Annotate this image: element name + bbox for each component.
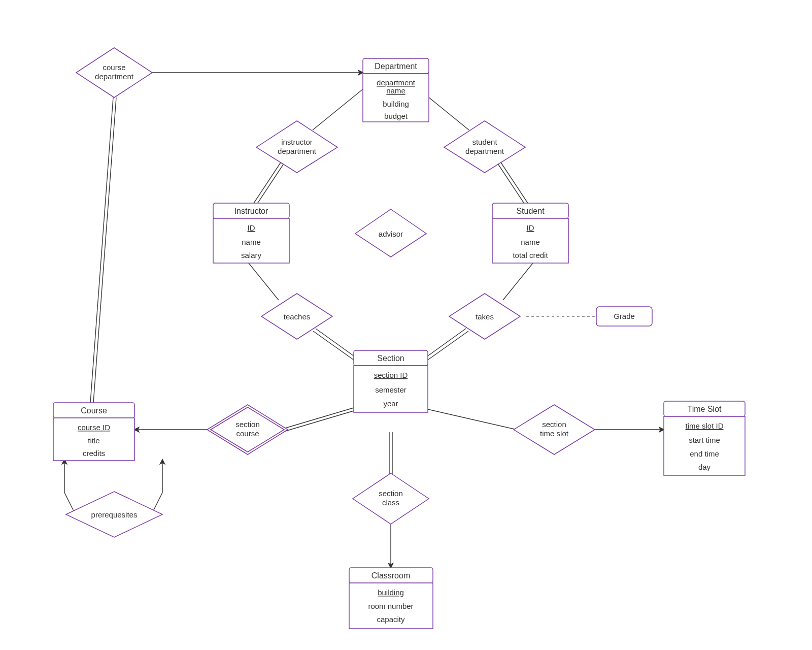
entity-section: Section section ID semester year bbox=[354, 350, 428, 412]
entity-title: Time Slot bbox=[688, 405, 722, 413]
entity-attr: start time bbox=[689, 436, 720, 444]
entity-attr: end time bbox=[690, 449, 719, 458]
svg-text:time slot: time slot bbox=[540, 429, 569, 438]
svg-text:class: class bbox=[382, 498, 399, 507]
entity-classroom: Classroom building room number capacity bbox=[349, 568, 433, 629]
svg-text:department: department bbox=[465, 147, 504, 155]
entity-attr: title bbox=[88, 436, 99, 445]
entity-attr: name bbox=[242, 238, 261, 246]
entity-attr: section ID bbox=[374, 371, 408, 379]
svg-text:advisor: advisor bbox=[379, 230, 403, 238]
entity-attr: ID bbox=[248, 223, 255, 232]
entity-attr: budget bbox=[384, 112, 408, 120]
entity-attr: time slot ID bbox=[685, 421, 723, 430]
svg-text:section: section bbox=[235, 420, 260, 429]
rel-section-class: section class bbox=[353, 473, 429, 524]
entity-attr: building bbox=[383, 100, 409, 108]
entity-attr: name bbox=[521, 238, 540, 246]
entity-attr: day bbox=[698, 463, 711, 471]
entity-attr: credits bbox=[83, 449, 105, 458]
rel-instructor-department: instructor department bbox=[256, 121, 337, 173]
entity-title: Instructor bbox=[234, 207, 268, 215]
entity-attr: course ID bbox=[78, 423, 110, 432]
node-grade: Grade bbox=[596, 307, 652, 326]
entity-student: Student ID name total credit bbox=[492, 203, 568, 263]
entity-title: Section bbox=[377, 354, 404, 363]
svg-text:section: section bbox=[379, 489, 403, 498]
svg-text:department: department bbox=[278, 147, 317, 155]
entity-department: Department departmentname building budge… bbox=[363, 58, 429, 122]
entity-title: Classroom bbox=[371, 571, 410, 580]
rel-section-time-slot: section time slot bbox=[514, 405, 595, 454]
entity-title: Course bbox=[81, 406, 107, 415]
entity-attr: year bbox=[383, 399, 398, 408]
rel-section-course: section course bbox=[207, 405, 288, 454]
rel-student-department: student department bbox=[444, 121, 525, 173]
entity-attr: building bbox=[378, 588, 404, 597]
entity-attr: room number bbox=[368, 602, 413, 610]
svg-text:takes: takes bbox=[476, 312, 494, 321]
svg-text:department: department bbox=[95, 72, 134, 81]
entity-instructor: Instructor ID name salary bbox=[213, 203, 289, 263]
entity-title: Department bbox=[375, 62, 417, 71]
entity-attr: total credit bbox=[513, 251, 548, 259]
entity-timeslot: Time Slot time slot ID start time end ti… bbox=[664, 401, 745, 475]
entity-title: Student bbox=[516, 207, 545, 215]
svg-text:course: course bbox=[103, 63, 125, 72]
entity-attr: ID bbox=[527, 223, 534, 232]
entity-attr: semester bbox=[375, 385, 407, 394]
rel-prerequisites: prerequesites bbox=[66, 492, 162, 537]
entity-course: Course course ID title credits bbox=[53, 403, 134, 461]
svg-text:Grade: Grade bbox=[614, 312, 635, 320]
svg-text:teaches: teaches bbox=[284, 312, 311, 321]
entity-attr: capacity bbox=[377, 615, 405, 624]
rel-advisor: advisor bbox=[355, 209, 426, 257]
svg-text:instructor: instructor bbox=[281, 138, 313, 146]
svg-text:prerequesites: prerequesites bbox=[91, 510, 138, 519]
svg-text:section: section bbox=[542, 420, 566, 429]
rel-course-department: course department bbox=[76, 48, 152, 98]
rel-teaches: teaches bbox=[261, 294, 332, 339]
svg-text:student: student bbox=[472, 138, 497, 146]
svg-text:course: course bbox=[236, 429, 259, 438]
rel-takes: takes bbox=[449, 294, 520, 339]
entity-attr: salary bbox=[241, 251, 262, 259]
er-diagram: Department departmentname building budge… bbox=[0, 0, 812, 650]
